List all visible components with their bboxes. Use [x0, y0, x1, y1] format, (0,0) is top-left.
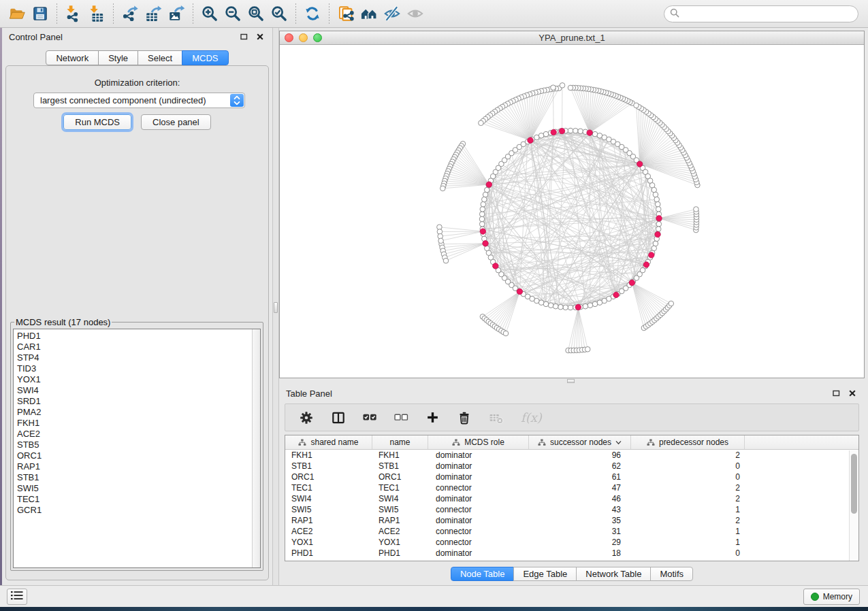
search-input[interactable] [683, 7, 858, 21]
network-document-button[interactable] [334, 3, 357, 24]
mcds-result-item[interactable]: SRD1 [17, 396, 260, 407]
zoom-in-button[interactable] [198, 3, 221, 24]
splitter-handle[interactable] [274, 302, 278, 313]
mcds-result-item[interactable]: STP4 [17, 352, 260, 363]
export-table-button[interactable] [142, 3, 165, 24]
export-network-button[interactable] [118, 3, 142, 24]
column-header-shared-name[interactable]: shared name [285, 435, 372, 449]
zoom-selected-button[interactable] [268, 3, 291, 24]
delete-column-button[interactable] [457, 410, 472, 425]
select-all-icon [363, 410, 377, 425]
network-view-window: YPA_prune.txt_1 [279, 31, 865, 378]
mcds-result-item[interactable]: TID3 [17, 363, 260, 374]
import-network-button[interactable] [62, 3, 85, 24]
mcds-result-item[interactable]: CAR1 [17, 342, 260, 352]
mcds-result-item[interactable]: ORC1 [17, 450, 260, 461]
mcds-result-item[interactable]: ACE2 [17, 429, 260, 440]
tab-mcds[interactable]: MCDS [182, 50, 228, 65]
mcds-result-item[interactable]: STB1 [17, 472, 260, 483]
tab-edge-table[interactable]: Edge Table [513, 567, 577, 581]
toolbar-icon-group [5, 0, 427, 27]
tab-motifs[interactable]: Motifs [650, 567, 693, 581]
mcds-result-item[interactable]: SWI4 [17, 385, 260, 396]
memory-button[interactable]: Memory [803, 589, 860, 605]
tree-icon [452, 439, 460, 446]
table-row[interactable]: ACE2ACE2connector311 [285, 526, 858, 537]
run-mcds-button[interactable]: Run MCDS [63, 114, 131, 130]
mcds-result-item[interactable]: RAP1 [17, 461, 260, 472]
criterion-select[interactable]: largest connected component (undirected) [33, 93, 245, 108]
network-window-titlebar[interactable]: YPA_prune.txt_1 [280, 31, 864, 45]
mcds-result-item[interactable]: STB5 [17, 440, 260, 450]
table-row[interactable]: TEC1TEC1connector472 [285, 482, 858, 493]
minimize-window-icon[interactable] [299, 33, 308, 42]
table-row[interactable]: PHD1PHD1dominator180 [285, 548, 858, 559]
houses-icon [360, 5, 378, 22]
delete-table-button[interactable] [489, 410, 504, 425]
column-header-name[interactable]: name [372, 435, 428, 449]
column-header-MCDS-role[interactable]: MCDS role [428, 435, 529, 449]
mcds-result-item[interactable]: FKH1 [17, 418, 260, 429]
search-box[interactable] [664, 5, 858, 22]
zoom-out-icon [224, 5, 242, 22]
zoom-out-button[interactable] [221, 3, 244, 24]
mcds-result-item[interactable]: TEC1 [17, 494, 260, 505]
mcds-result-item[interactable]: SWI5 [17, 483, 260, 494]
mcds-result-item[interactable]: PHD1 [17, 331, 260, 342]
close-table-panel-button[interactable] [847, 388, 858, 399]
table-row[interactable]: YOX1YOX1connector291 [285, 537, 858, 548]
mcds-result-item[interactable]: YOX1 [17, 374, 260, 385]
mcds-result-group: MCDS result (17 nodes) PHD1CAR1STP4TID3Y… [10, 317, 263, 571]
table-row[interactable]: FKH1FKH1dominator962 [285, 450, 858, 461]
network-graph[interactable] [280, 45, 864, 378]
table-row[interactable]: RAP1RAP1dominator352 [285, 515, 858, 526]
float-panel-button[interactable] [238, 31, 249, 42]
table-row[interactable]: SWI5SWI5connector431 [285, 504, 858, 515]
show-hidden-button[interactable] [404, 3, 427, 24]
network-canvas[interactable] [280, 45, 864, 378]
show-all-networks-button[interactable] [357, 3, 381, 24]
table-settings-button[interactable] [299, 410, 314, 425]
mcds-list-scrollbar[interactable] [252, 329, 260, 567]
tab-network-table[interactable]: Network Table [576, 567, 651, 581]
deselect-all-button[interactable] [394, 410, 408, 425]
task-history-button[interactable] [7, 589, 27, 605]
export-image-button[interactable] [165, 3, 188, 24]
mcds-result-item[interactable]: GCR1 [17, 505, 260, 516]
table-row[interactable]: SWI4SWI4dominator462 [285, 493, 858, 504]
open-file-button[interactable] [5, 3, 29, 24]
tab-select[interactable]: Select [138, 50, 182, 65]
mcds-result-list[interactable]: PHD1CAR1STP4TID3YOX1SWI4SRD1PMA2FKH1ACE2… [13, 329, 261, 568]
list-icon [11, 591, 23, 603]
table-row[interactable]: STB1STB1dominator620 [285, 461, 858, 472]
maximize-window-icon[interactable] [313, 33, 322, 42]
table-scrollbar[interactable] [849, 450, 858, 561]
save-session-button[interactable] [29, 3, 52, 24]
folder-open-icon [8, 5, 26, 22]
column-header-predecessor-nodes[interactable]: predecessor nodes [631, 435, 745, 449]
tab-style[interactable]: Style [98, 50, 138, 65]
apply-layout-button[interactable] [301, 3, 324, 24]
vertical-splitter[interactable] [272, 28, 279, 585]
zoom-fit-button[interactable] [244, 3, 268, 24]
table-row[interactable]: ORC1ORC1dominator610 [285, 472, 858, 482]
column-header-successor-nodes[interactable]: successor nodes [529, 435, 631, 449]
add-column-button[interactable] [425, 410, 440, 425]
table-scrollbar-thumb[interactable] [851, 454, 857, 514]
desktop-wallpaper-strip [0, 607, 868, 611]
refresh-icon [304, 5, 321, 22]
horizontal-splitter-handle[interactable] [567, 379, 575, 383]
tab-node-table[interactable]: Node Table [451, 567, 515, 581]
close-window-icon[interactable] [285, 33, 293, 42]
import-table-button[interactable] [85, 3, 108, 24]
close-panel-action-button[interactable]: Close panel [141, 114, 211, 130]
hide-selected-button[interactable] [381, 3, 404, 24]
node-table: shared namenameMCDS rolesuccessor nodesp… [285, 435, 859, 561]
mcds-result-item[interactable]: PMA2 [17, 407, 260, 418]
select-all-button[interactable] [363, 410, 377, 425]
function-builder-button[interactable]: f(x) [521, 410, 542, 425]
float-table-panel-button[interactable] [831, 388, 841, 399]
close-panel-button[interactable] [255, 31, 266, 42]
show-columns-button[interactable] [331, 410, 346, 425]
tab-network[interactable]: Network [46, 50, 99, 65]
